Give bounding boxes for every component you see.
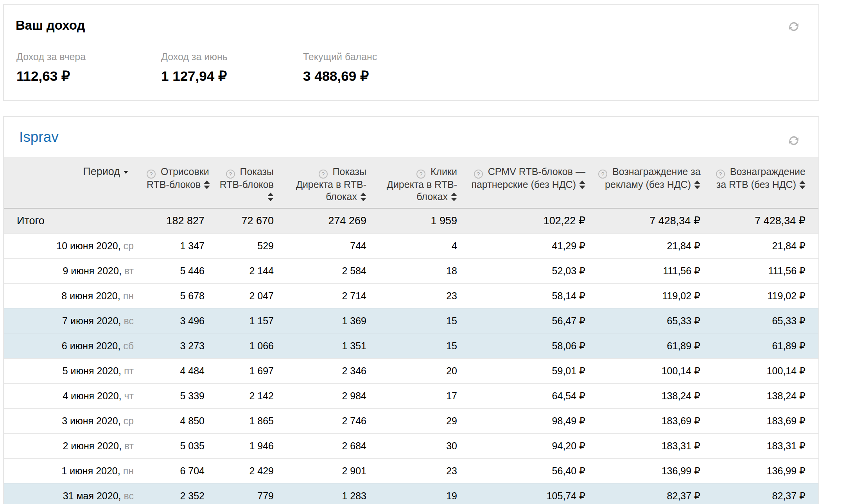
value-cell: 65,33 ₽	[598, 308, 713, 333]
value-cell: 5 446	[147, 258, 217, 283]
weekday-label: пн	[123, 290, 134, 301]
total-value: 72 670	[217, 208, 287, 233]
value-cell: 1 066	[217, 333, 287, 358]
date-label: 1 июня 2020,	[61, 465, 123, 476]
total-value: 102,22 ₽	[470, 208, 598, 233]
column-header[interactable]: ?КликиДиректа в RTB-блоках	[379, 157, 470, 208]
caret-down-icon	[124, 171, 128, 174]
column-header-label: Показы	[333, 166, 366, 177]
page: Ваш доход Доход за вчера 112,63 ₽ Доход …	[0, 0, 845, 504]
refresh-button[interactable]	[788, 20, 800, 33]
weekday-label: вт	[124, 265, 134, 276]
value-cell: 29	[379, 408, 470, 433]
value-cell: 58,14 ₽	[470, 283, 598, 308]
value-cell: 2 352	[147, 483, 217, 504]
value-cell: 82,37 ₽	[713, 483, 818, 504]
value-cell: 19	[379, 483, 470, 504]
sort-arrows-icon[interactable]	[694, 181, 700, 189]
value-cell: 23	[379, 283, 470, 308]
column-header-label: Вознаграждение	[730, 166, 806, 177]
income-card-title: Ваш доход	[16, 18, 85, 33]
value-cell: 41,29 ₽	[470, 233, 598, 258]
stat-label: Доход за вчера	[16, 51, 86, 63]
column-header-label: блоках	[326, 191, 357, 202]
value-cell: 82,37 ₽	[598, 483, 713, 504]
report-title-link[interactable]: Isprav	[19, 129, 59, 146]
value-cell: 2 584	[287, 258, 379, 283]
value-cell: 1 347	[147, 233, 217, 258]
value-cell: 1 369	[287, 308, 379, 333]
stat-label: Текущий баланс	[303, 51, 377, 63]
report-card: Isprav Период?ОтрисовкиRTB-блоков?Показы…	[3, 116, 819, 504]
value-cell: 21,84 ₽	[713, 233, 818, 258]
value-cell: 2 144	[217, 258, 287, 283]
value-cell: 4 850	[147, 408, 217, 433]
column-header[interactable]: ?ПоказыRTB-блоков	[217, 157, 287, 208]
value-cell: 21,84 ₽	[598, 233, 713, 258]
value-cell: 779	[217, 483, 287, 504]
value-cell: 5 035	[147, 433, 217, 458]
column-header[interactable]: ?ПоказыДиректа в RTB-блоках	[287, 157, 379, 208]
weekday-label: вс	[124, 315, 134, 326]
help-circle-icon[interactable]: ?	[598, 170, 607, 179]
value-cell: 183,69 ₽	[598, 408, 713, 433]
value-cell: 23	[379, 458, 470, 483]
date-label: 4 июня 2020,	[63, 390, 124, 401]
column-header[interactable]: ?CPMV RTB-блоков —партнерские (без НДС)	[470, 157, 598, 208]
value-cell: 138,24 ₽	[598, 383, 713, 408]
help-circle-icon[interactable]: ?	[319, 170, 328, 179]
column-header-label: CPMV RTB-блоков —	[488, 166, 585, 177]
table-row: 4 июня 2020, чт5 3392 1422 9841764,54 ₽1…	[4, 383, 818, 408]
value-cell: 2 429	[217, 458, 287, 483]
value-cell: 17	[379, 383, 470, 408]
period-cell: 3 июня 2020, ср	[4, 408, 147, 433]
sort-arrows-icon[interactable]	[799, 181, 806, 189]
value-cell: 64,54 ₽	[470, 383, 598, 408]
weekday-label: вт	[124, 440, 134, 451]
value-cell: 4 484	[147, 358, 217, 383]
help-circle-icon[interactable]: ?	[226, 170, 235, 179]
value-cell: 4	[379, 233, 470, 258]
column-header-label: Клики	[431, 166, 457, 177]
date-label: 6 июня 2020,	[62, 340, 123, 351]
sort-arrows-icon[interactable]	[360, 193, 366, 201]
table-row: 1 июня 2020, пн6 7042 4292 9012356,40 ₽1…	[4, 458, 818, 483]
column-header[interactable]: ?ОтрисовкиRTB-блоков	[147, 157, 217, 208]
date-label: 5 июня 2020,	[63, 365, 124, 376]
value-cell: 105,74 ₽	[470, 483, 598, 504]
value-cell: 20	[379, 358, 470, 383]
value-cell: 1 946	[217, 433, 287, 458]
help-circle-icon[interactable]: ?	[416, 170, 425, 179]
period-cell: 31 мая 2020, вс	[4, 483, 147, 504]
sort-arrows-icon[interactable]	[451, 193, 457, 201]
column-header-label: Директа в RTB-	[387, 179, 457, 190]
value-cell: 3 496	[147, 308, 217, 333]
value-cell: 18	[379, 258, 470, 283]
value-cell: 138,24 ₽	[713, 383, 818, 408]
table-row: 9 июня 2020, вт5 4462 1442 5841852,03 ₽1…	[4, 258, 818, 283]
total-value: 1 959	[379, 208, 470, 233]
sort-arrows-icon[interactable]	[204, 181, 210, 189]
help-circle-icon[interactable]: ?	[474, 170, 483, 179]
total-value: 7 428,34 ₽	[598, 208, 713, 233]
value-cell: 98,49 ₽	[470, 408, 598, 433]
value-cell: 136,99 ₽	[713, 458, 818, 483]
refresh-button[interactable]	[788, 134, 800, 147]
report-table: Период?ОтрисовкиRTB-блоков?ПоказыRTB-бло…	[4, 157, 818, 504]
period-cell: 9 июня 2020, вт	[4, 258, 147, 283]
help-circle-icon[interactable]: ?	[716, 170, 725, 179]
value-cell: 119,02 ₽	[713, 283, 818, 308]
value-cell: 136,99 ₽	[598, 458, 713, 483]
weekday-label: сб	[123, 340, 134, 351]
sort-arrows-icon[interactable]	[267, 193, 274, 201]
column-header[interactable]: ?Вознаграждение зарекламу (без НДС)	[598, 157, 713, 208]
value-cell: 61,89 ₽	[713, 333, 818, 358]
column-header-period[interactable]: Период	[4, 157, 147, 208]
value-cell: 5 678	[147, 283, 217, 308]
total-value: 7 428,34 ₽	[713, 208, 818, 233]
sort-arrows-icon[interactable]	[579, 181, 585, 189]
value-cell: 15	[379, 333, 470, 358]
column-header[interactable]: ?Вознаграждениеза RTB (без НДС)	[713, 157, 818, 208]
value-cell: 183,31 ₽	[598, 433, 713, 458]
help-circle-icon[interactable]: ?	[147, 170, 156, 179]
